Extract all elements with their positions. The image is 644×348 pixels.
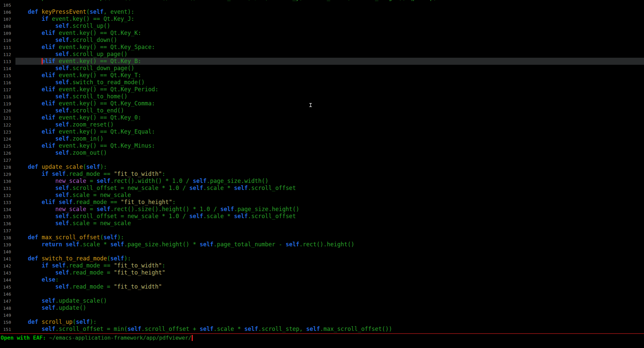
code-line[interactable]: 139 return self.scale * self.page_size.h… [0, 241, 644, 248]
code-line-text: elif event.key() == Qt.Key_0: [14, 114, 141, 121]
code-line-text: def scroll_up(self): [14, 318, 97, 325]
code-line[interactable]: 140 [0, 248, 644, 255]
code-line[interactable]: 126 self.zoom_out() [0, 149, 644, 156]
code-line[interactable]: 148 self.update() [0, 304, 644, 311]
emacs-frame: painter.drawPixmap(QRect((self.rect().wi… [0, 0, 644, 348]
minibuffer-prompt: Open with EAF: [1, 335, 49, 341]
code-line[interactable]: 125 elif event.key() == Qt.Key_Minus: [0, 142, 644, 149]
code-line-text: return self.scale * self.page_size.heigh… [14, 241, 354, 248]
line-number: 131 [0, 185, 11, 192]
code-line[interactable]: 105 [0, 1, 644, 8]
line-number: 121 [0, 114, 11, 121]
code-line[interactable]: 137 [0, 227, 644, 234]
line-number: 110 [0, 37, 11, 44]
line-number: 141 [0, 255, 11, 262]
code-line-text: self.update_scale() [14, 297, 107, 304]
code-line[interactable]: 116 self.switch_to_read_mode() [0, 79, 644, 86]
code-line[interactable]: 115 elif event.key() == Qt.Key_T: [0, 72, 644, 79]
code-line[interactable]: 117 elif event.key() == Qt.Key_Period: [0, 86, 644, 93]
code-line[interactable]: 130 new_scale = self.rect().width() * 1.… [0, 178, 644, 185]
code-line[interactable]: 107 if event.key() == Qt.Key_J: [0, 15, 644, 22]
code-line[interactable]: 129 if self.read_mode == "fit_to_width": [0, 170, 644, 178]
line-number: 116 [0, 79, 11, 86]
minibuffer[interactable]: Open with EAF: ~/emacs-application-frame… [1, 334, 193, 342]
line-number: 147 [0, 298, 11, 305]
code-line-text: if event.key() == Qt.Key_J: [14, 15, 134, 22]
code-line[interactable]: 113 elif event.key() == Qt.Key_B: [0, 58, 644, 65]
code-line-text: self.scroll_down() [14, 37, 117, 43]
code-line[interactable]: 122 self.zoom_reset() [0, 121, 644, 128]
code-line-text: self.read_mode = "fit_to_width" [14, 283, 162, 290]
code-line[interactable]: 134 new_scale = self.rect().size().heigh… [0, 206, 644, 213]
line-number: 105 [0, 2, 11, 9]
code-line[interactable]: 136 self.scale = new_scale [0, 220, 644, 227]
code-line[interactable]: 111 elif event.key() == Qt.Key_Space: [0, 44, 644, 51]
line-number: 137 [0, 227, 11, 234]
line-number: 149 [0, 312, 11, 319]
line-number: 132 [0, 192, 11, 199]
line-number: 145 [0, 284, 11, 291]
code-line[interactable]: 142 if self.read_mode == "fit_to_width": [0, 262, 644, 269]
code-line-text: self.zoom_reset() [14, 121, 114, 128]
code-line-text: self.scroll_offset = min(self.scroll_off… [14, 326, 392, 332]
code-line[interactable]: 145 self.read_mode = "fit_to_width" [0, 283, 644, 290]
code-line[interactable]: 110 self.scroll_down() [0, 37, 644, 44]
line-number: 136 [0, 220, 11, 227]
code-line-text: if self.read_mode == "fit_to_width": [14, 262, 165, 269]
code-line[interactable]: 114 self.scroll_down_page() [0, 65, 644, 72]
code-line[interactable]: 131 self.scroll_offset = new_scale * 1.0… [0, 185, 644, 192]
line-number: 109 [0, 30, 11, 37]
modeline-separator [0, 333, 644, 334]
line-number: 122 [0, 121, 11, 129]
line-number: 118 [0, 93, 11, 100]
code-line[interactable]: 120 self.scroll_to_end() [0, 107, 644, 114]
code-line-text: elif event.key() == Qt.Key_Minus: [14, 142, 155, 149]
line-number: 127 [0, 157, 11, 164]
code-line[interactable]: 127 [0, 156, 644, 163]
code-line[interactable]: 128 def update_scale(self): [0, 163, 644, 170]
code-line[interactable]: 124 self.zoom_in() [0, 135, 644, 142]
code-line[interactable]: 149 [0, 311, 644, 318]
code-line[interactable]: 151 self.scroll_offset = min(self.scroll… [0, 326, 644, 333]
code-line[interactable]: 118 self.scroll_to_home() [0, 93, 644, 100]
code-line[interactable]: 132 self.scale = new_scale [0, 192, 644, 199]
code-line[interactable]: 146 [0, 290, 644, 297]
code-line[interactable]: 141 def switch_to_read_mode(self): [0, 255, 644, 262]
code-line[interactable]: 135 self.scroll_offset = new_scale * 1.0… [0, 213, 644, 220]
code-line[interactable]: 106 def keyPressEvent(self, event): [0, 8, 644, 15]
line-number: 126 [0, 150, 11, 157]
code-line[interactable]: 144 else: [0, 276, 644, 283]
code-line-text: self.scroll_to_home() [14, 93, 128, 100]
code-line[interactable]: 112 self.scroll_up_page() [0, 51, 644, 58]
code-line-text: self.scroll_up_page() [14, 51, 128, 57]
code-line[interactable]: 138 def max_scroll_offset(self): [0, 234, 644, 241]
code-line-text: self.scale = new_scale [14, 192, 131, 198]
code-line-text: elif event.key() == Qt.Key_Period: [14, 86, 158, 93]
code-line[interactable]: 109 elif event.key() == Qt.Key_K: [0, 30, 644, 37]
line-number: 111 [0, 44, 11, 51]
code-line[interactable]: 133 elif self.read_mode == "fit_to_heigh… [0, 199, 644, 206]
code-line-text: elif event.key() == Qt.Key_T: [14, 72, 141, 79]
mouse-pointer-ibeam-icon [309, 101, 313, 109]
code-line[interactable]: 143 self.read_mode = "fit_to_height" [0, 269, 644, 276]
line-number: 148 [0, 305, 11, 312]
code-buffer[interactable]: painter.drawPixmap(QRect((self.rect().wi… [0, 0, 644, 333]
line-number: 112 [0, 51, 11, 58]
code-line-text: self.scroll_to_end() [14, 107, 124, 114]
code-line-text: self.switch_to_read_mode() [14, 79, 145, 86]
line-number: 135 [0, 213, 11, 220]
code-line-text: def update_scale(self): [14, 163, 107, 170]
line-number: 125 [0, 143, 11, 150]
code-line[interactable]: 147 self.update_scale() [0, 297, 644, 304]
line-number: 140 [0, 248, 11, 255]
code-line[interactable]: 108 self.scroll_up() [0, 22, 644, 30]
code-line[interactable]: 123 elif event.key() == Qt.Key_Equal: [0, 128, 644, 135]
code-line[interactable]: 119 elif event.key() == Qt.Key_Comma: [0, 100, 644, 107]
code-line[interactable]: 150 def scroll_up(self): [0, 318, 644, 326]
line-number: 142 [0, 262, 11, 269]
code-line-text: new_scale = self.rect().width() * 1.0 / … [14, 178, 268, 184]
line-number: 139 [0, 241, 11, 248]
line-number: 133 [0, 199, 11, 206]
code-line[interactable]: 121 elif event.key() == Qt.Key_0: [0, 114, 644, 121]
minibuffer-input[interactable]: ~/emacs-application-framework/app/pdfvie… [49, 335, 192, 341]
